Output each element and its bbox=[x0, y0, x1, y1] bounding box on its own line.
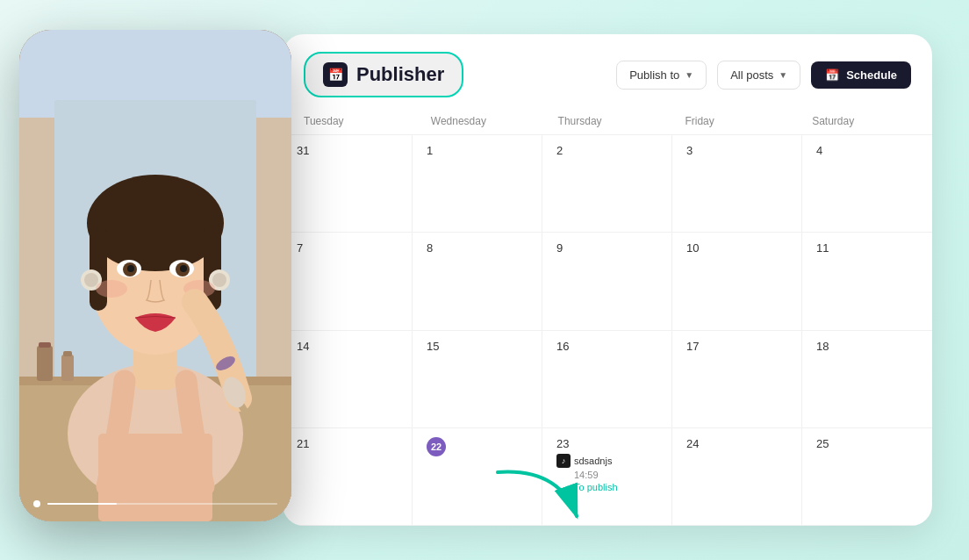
svg-point-23 bbox=[84, 273, 98, 287]
calendar-container: Tuesday Wednesday Thursday Friday Saturd… bbox=[283, 97, 932, 526]
day-header-friday: Friday bbox=[671, 108, 798, 134]
post-status[interactable]: To publish bbox=[556, 482, 657, 492]
calendar-cell-18[interactable]: 18 bbox=[802, 331, 932, 427]
schedule-label: Schedule bbox=[846, 68, 897, 82]
cell-number-17: 17 bbox=[686, 340, 787, 353]
chevron-down-icon: ▼ bbox=[685, 70, 693, 80]
cell-number-18: 18 bbox=[816, 340, 918, 353]
cell-number-21: 21 bbox=[297, 437, 398, 450]
date-badge-22: 22 bbox=[427, 437, 446, 456]
calendar-day-headers: Tuesday Wednesday Thursday Friday Saturd… bbox=[283, 108, 932, 135]
calendar-cell-23[interactable]: 23 ♪ sdsadnjs 14:59 To publish bbox=[542, 428, 672, 525]
svg-point-13 bbox=[87, 175, 224, 271]
calendar-week-4: 21 22 bbox=[283, 428, 932, 526]
video-progress-bar bbox=[33, 500, 277, 507]
cell-number-14: 14 bbox=[297, 340, 398, 353]
svg-point-26 bbox=[96, 280, 127, 298]
svg-point-20 bbox=[127, 265, 134, 272]
svg-point-21 bbox=[180, 265, 187, 272]
calendar-cell-15[interactable]: 15 bbox=[413, 331, 542, 427]
svg-rect-7 bbox=[39, 342, 51, 348]
calendar-cell-14[interactable]: 14 bbox=[283, 331, 413, 427]
person-image bbox=[19, 30, 291, 521]
progress-bar-background bbox=[47, 503, 277, 505]
calendar-cell-11[interactable]: 11 bbox=[802, 233, 932, 329]
day-header-wednesday: Wednesday bbox=[417, 108, 544, 134]
publisher-title-text: Publisher bbox=[356, 63, 444, 86]
cell-number-24: 24 bbox=[686, 437, 787, 450]
calendar-cell-4[interactable]: 4 bbox=[802, 135, 932, 232]
post-entry-23: ♪ sdsadnjs 14:59 To publish bbox=[556, 454, 657, 492]
calendar-week-2: 7 8 9 10 11 bbox=[283, 233, 932, 330]
main-container: 📅 Publisher Publish to ▼ All posts ▼ 📅 S… bbox=[19, 21, 950, 539]
schedule-button[interactable]: 📅 Schedule bbox=[811, 61, 911, 89]
calendar-cell-16[interactable]: 16 bbox=[542, 331, 672, 427]
calendar-cell-3[interactable]: 3 bbox=[672, 135, 802, 232]
cell-number-25: 25 bbox=[816, 437, 918, 450]
phone-image bbox=[19, 30, 291, 521]
svg-point-25 bbox=[212, 273, 226, 287]
phone-container bbox=[19, 30, 300, 530]
svg-rect-29 bbox=[98, 434, 212, 521]
publish-to-button[interactable]: Publish to ▼ bbox=[616, 61, 707, 90]
cell-number-16: 16 bbox=[556, 340, 657, 353]
tiktok-icon: ♪ bbox=[556, 454, 571, 468]
post-header-23: ♪ sdsadnjs bbox=[556, 454, 657, 468]
calendar-cell-17[interactable]: 17 bbox=[672, 331, 802, 427]
calendar-cell-24[interactable]: 24 bbox=[672, 428, 802, 525]
svg-rect-14 bbox=[90, 223, 107, 311]
calendar-week-3: 14 15 16 17 18 bbox=[283, 331, 932, 428]
cell-number-2: 2 bbox=[556, 144, 657, 157]
calendar-cell-31[interactable]: 31 bbox=[283, 135, 413, 232]
cell-number-4: 4 bbox=[816, 144, 918, 157]
calendar-cell-22[interactable]: 22 bbox=[413, 428, 542, 525]
svg-rect-6 bbox=[37, 346, 53, 381]
cell-number-7: 7 bbox=[297, 241, 398, 255]
calendar-icon: 📅 bbox=[323, 62, 348, 87]
schedule-icon: 📅 bbox=[825, 68, 839, 82]
svg-rect-9 bbox=[63, 351, 72, 356]
day-header-thursday: Thursday bbox=[544, 108, 671, 134]
panel-header: 📅 Publisher Publish to ▼ All posts ▼ 📅 S… bbox=[283, 34, 932, 97]
phone-frame bbox=[19, 30, 291, 521]
calendar-week-1: 31 1 2 3 4 bbox=[283, 135, 932, 233]
calendar-cell-21[interactable]: 21 bbox=[283, 428, 413, 525]
day-header-saturday: Saturday bbox=[798, 108, 925, 134]
calendar-grid: 31 1 2 3 4 bbox=[283, 135, 932, 526]
calendar-cell-7[interactable]: 7 bbox=[283, 233, 413, 329]
cell-number-1: 1 bbox=[427, 144, 528, 157]
calendar-cell-10[interactable]: 10 bbox=[672, 233, 802, 329]
calendar-cell-2[interactable]: 2 bbox=[542, 135, 672, 232]
svg-rect-8 bbox=[61, 355, 74, 381]
calendar-cell-8[interactable]: 8 bbox=[413, 233, 542, 329]
cell-number-3: 3 bbox=[686, 144, 787, 157]
calendar-cell-1[interactable]: 1 bbox=[413, 135, 542, 232]
progress-bar-fill bbox=[47, 503, 117, 505]
cell-number-15: 15 bbox=[427, 340, 528, 353]
publisher-panel: 📅 Publisher Publish to ▼ All posts ▼ 📅 S… bbox=[283, 34, 932, 526]
calendar-cell-25[interactable]: 25 bbox=[802, 428, 932, 525]
cell-number-31: 31 bbox=[297, 144, 398, 157]
all-posts-button[interactable]: All posts ▼ bbox=[717, 61, 800, 90]
post-name: sdsadnjs bbox=[574, 456, 612, 466]
cell-number-11: 11 bbox=[816, 241, 918, 255]
post-time: 14:59 bbox=[556, 470, 657, 480]
cell-number-23: 23 bbox=[556, 437, 657, 450]
cell-number-8: 8 bbox=[427, 241, 528, 255]
publish-to-label: Publish to bbox=[629, 68, 679, 82]
progress-dot bbox=[33, 500, 40, 507]
calendar-cell-9[interactable]: 9 bbox=[542, 233, 672, 329]
cell-number-9: 9 bbox=[556, 241, 657, 255]
publisher-title-pill: 📅 Publisher bbox=[304, 52, 463, 97]
chevron-down-icon-2: ▼ bbox=[779, 70, 787, 80]
all-posts-label: All posts bbox=[730, 68, 773, 82]
cell-number-10: 10 bbox=[686, 241, 787, 255]
day-header-tuesday: Tuesday bbox=[290, 108, 417, 134]
